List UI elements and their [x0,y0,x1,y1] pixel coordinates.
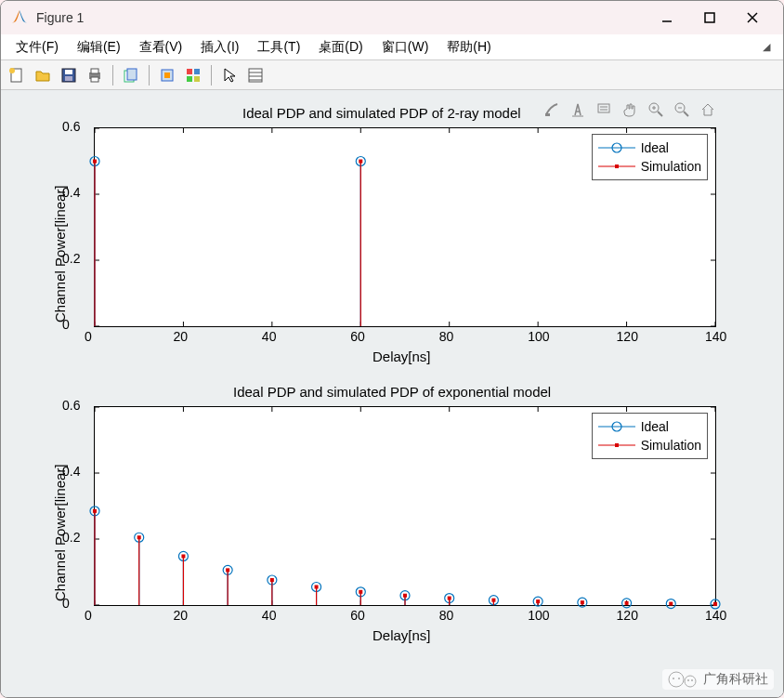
edit-pointer-button[interactable] [217,63,242,87]
svg-point-162 [678,678,680,679]
datatips-button[interactable] [594,99,614,120]
legend-label-sim: Simulation [641,438,701,453]
svg-rect-147 [536,599,540,603]
watermark: 广角科研社 [662,669,774,690]
xtick-label: 60 [350,608,365,623]
svg-point-160 [669,672,684,687]
svg-rect-127 [93,509,97,513]
xtick-label: 100 [528,329,549,344]
close-button[interactable] [731,4,774,32]
menu-window[interactable]: 窗口(W) [372,37,438,58]
toolbar-sep [149,65,150,86]
maximize-button[interactable] [688,4,731,32]
menu-tools[interactable]: 工具(T) [248,37,309,58]
menu-edit[interactable]: 编辑(E) [68,37,130,58]
axes-2[interactable]: Ideal Simulation [94,406,716,606]
brush-icon [543,101,560,118]
svg-rect-15 [164,72,170,78]
figure-window: Figure 1 文件(F) 编辑(E) 查看(V) 插入(I) 工具(T) 桌… [0,0,784,698]
open-file-button[interactable] [31,63,55,87]
plot-tools-button[interactable] [243,63,268,87]
text-icon [569,101,586,118]
toolbar-sep [211,65,212,86]
svg-rect-149 [581,600,584,604]
copy-figure-button[interactable] [119,63,143,87]
legend-row-sim: Simulation [598,436,701,454]
pan-icon [621,101,638,118]
svg-rect-13 [127,69,137,80]
svg-line-30 [658,112,662,116]
zoom-in-icon [647,101,664,118]
props-icon [247,67,264,84]
xtick-label: 140 [705,608,726,623]
svg-rect-135 [270,578,274,582]
home-icon [699,101,716,118]
legend-swatch-sim [598,159,635,174]
menu-overflow-icon[interactable]: ◢ [763,41,777,53]
legend-label-ideal: Ideal [641,419,669,434]
svg-rect-145 [491,599,495,602]
svg-point-161 [673,678,674,679]
axes-1[interactable]: Ideal Simulation [94,127,716,327]
xtick-label: 20 [173,608,188,623]
save-button[interactable] [57,63,81,87]
new-figure-button[interactable] [5,63,29,87]
axes-toolbar [542,99,718,120]
xtick-label: 0 [85,608,92,623]
svg-rect-17 [194,69,200,74]
palette-icon [185,67,202,84]
brush-button[interactable] [542,99,562,120]
xtick-label: 120 [617,608,638,623]
xtick-label: 100 [528,608,549,623]
home-button[interactable] [698,99,718,120]
link-plot-button[interactable] [155,63,179,87]
legend-swatch-sim [598,438,635,453]
svg-point-165 [691,679,693,681]
axes-2-xlabel: Delay[ns] [372,627,431,643]
menu-view[interactable]: 查看(V) [130,37,192,58]
ytick-label: 0.2 [62,530,80,545]
xtick-label: 40 [262,608,277,623]
zoom-in-button[interactable] [646,99,666,120]
menu-file[interactable]: 文件(F) [7,37,68,58]
svg-rect-131 [181,554,185,558]
print-button[interactable] [83,63,107,87]
annotate-button[interactable] [568,99,588,120]
save-icon [60,67,77,84]
menu-insert[interactable]: 插入(I) [191,37,248,58]
legend-row-ideal: Ideal [598,138,701,157]
titlebar: Figure 1 [1,1,783,34]
datatips-icon [595,101,612,118]
minimize-button[interactable] [646,4,688,32]
zoom-out-button[interactable] [672,99,692,120]
minimize-icon [660,11,673,24]
svg-rect-8 [65,76,72,81]
svg-rect-16 [187,69,192,74]
pan-button[interactable] [620,99,640,120]
svg-point-164 [687,679,689,681]
svg-rect-129 [137,535,141,539]
ytick-label: 0 [62,317,70,332]
ytick-label: 0.6 [62,398,80,413]
axes-1-xlabel: Delay[ns] [372,349,431,364]
legend-2[interactable]: Ideal Simulation [592,413,708,459]
xtick-label: 80 [439,608,454,623]
ytick-label: 0.6 [62,119,80,134]
menu-help[interactable]: 帮助(H) [438,37,500,58]
palette-button[interactable] [181,63,205,87]
svg-rect-153 [669,602,673,606]
legend-swatch-ideal [598,419,635,434]
menu-desktop[interactable]: 桌面(D) [309,37,372,58]
svg-rect-143 [448,597,451,600]
svg-line-34 [684,112,688,116]
wechat-icon [668,671,699,688]
xtick-label: 0 [85,329,92,344]
xtick-label: 120 [617,329,638,344]
svg-rect-67 [359,160,362,164]
copy-icon [123,67,139,84]
legend-1[interactable]: Ideal Simulation [592,134,708,180]
xtick-label: 140 [705,329,726,344]
open-folder-icon [34,67,51,84]
figure-canvas: Ideal Simulation Ideal PDP and simulated… [1,90,783,697]
svg-rect-65 [93,160,97,164]
